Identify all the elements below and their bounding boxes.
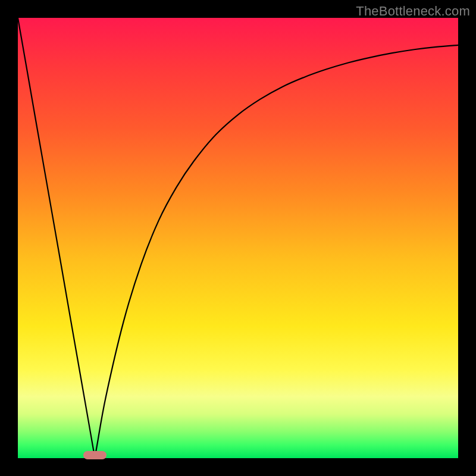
chart-frame: TheBottleneck.com: [0, 0, 476, 476]
left-branch-path: [18, 18, 95, 458]
right-branch-path: [95, 45, 459, 458]
plot-area: [18, 18, 458, 458]
bottleneck-marker: [83, 451, 107, 459]
watermark-text: TheBottleneck.com: [356, 4, 470, 19]
curves-svg: [18, 18, 458, 458]
